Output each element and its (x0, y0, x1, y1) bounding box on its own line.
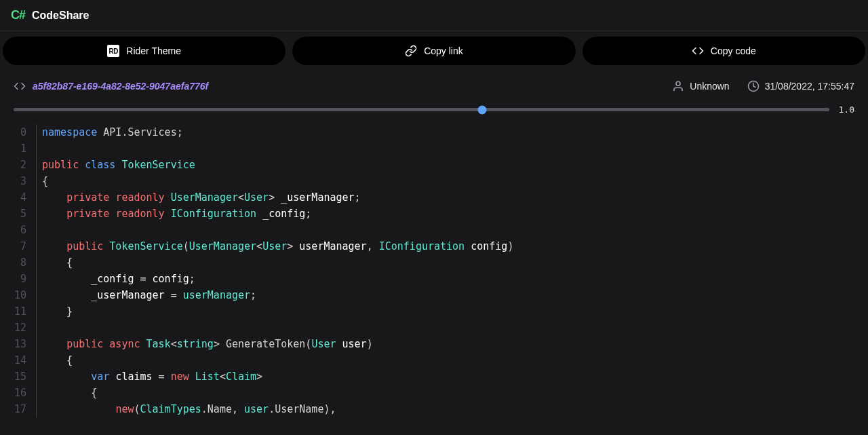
author-meta: Unknown (672, 80, 729, 92)
code-brackets-icon (14, 80, 26, 92)
code-line: { (42, 254, 868, 271)
code-line (42, 140, 868, 157)
code-line: { (42, 173, 868, 189)
code-line: _config = config; (42, 271, 868, 287)
code-line: var claims = new List<Claim> (42, 368, 868, 385)
code-line: private readonly IConfiguration _config; (42, 206, 868, 222)
line-number: 5 (0, 206, 26, 222)
code-line: } (42, 303, 868, 320)
timestamp-label: 31/08/2022, 17:55:47 (765, 81, 854, 92)
theme-button-label: Rider Theme (126, 45, 181, 56)
line-number: 6 (0, 222, 26, 238)
copy-code-button[interactable]: Copy code (583, 37, 865, 65)
rider-icon: RD (107, 45, 119, 57)
line-number: 1 (0, 140, 26, 157)
code-content[interactable]: namespace API.Services;public class Toke… (42, 124, 868, 417)
copy-code-label: Copy code (711, 45, 756, 56)
code-line: namespace API.Services; (42, 124, 868, 140)
code-icon (692, 45, 704, 57)
theme-button[interactable]: RD Rider Theme (3, 37, 285, 65)
code-line: { (42, 385, 868, 401)
timestamp-meta: 31/08/2022, 17:55:47 (747, 80, 854, 92)
svg-point-0 (676, 81, 680, 86)
line-number: 4 (0, 189, 26, 206)
snippet-id: a5f82b87-e169-4a82-8e52-9047aefa776f (33, 81, 208, 92)
code-line: new(ClaimTypes.Name, user.UserName), (42, 401, 868, 417)
author-label: Unknown (690, 81, 729, 92)
copy-link-button[interactable]: Copy link (292, 37, 575, 65)
code-line (42, 320, 868, 336)
code-line (42, 222, 868, 238)
line-number: 7 (0, 238, 26, 254)
csharp-logo-icon: C# (11, 8, 25, 22)
code-editor: 01234567891011121314151617 namespace API… (0, 124, 868, 417)
version-slider[interactable] (14, 108, 829, 111)
code-line: public TokenService(UserManager<User> us… (42, 238, 868, 254)
line-number: 15 (0, 368, 26, 385)
code-line: private readonly UserManager<User> _user… (42, 189, 868, 206)
copy-link-label: Copy link (424, 45, 463, 56)
meta-bar: a5f82b87-e169-4a82-8e52-9047aefa776f Unk… (0, 71, 868, 99)
line-number: 17 (0, 401, 26, 417)
line-number: 2 (0, 157, 26, 173)
line-number: 14 (0, 352, 26, 368)
line-number: 0 (0, 124, 26, 140)
app-header: C# CodeShare (0, 0, 868, 31)
line-gutter: 01234567891011121314151617 (0, 124, 37, 417)
toolbar: RD Rider Theme Copy link Copy code (0, 31, 868, 71)
code-line: public class TokenService (42, 157, 868, 173)
line-number: 9 (0, 271, 26, 287)
line-number: 16 (0, 385, 26, 401)
code-line: public async Task<string> GenerateToken(… (42, 336, 868, 352)
line-number: 12 (0, 320, 26, 336)
clock-icon (747, 80, 760, 92)
line-number: 8 (0, 254, 26, 271)
version-slider-row: 1.0 (0, 99, 868, 124)
slider-thumb[interactable] (478, 105, 487, 114)
link-icon (405, 45, 417, 57)
user-icon (672, 80, 684, 92)
code-line: { (42, 352, 868, 368)
line-number: 3 (0, 173, 26, 189)
line-number: 10 (0, 287, 26, 303)
code-line: _userManager = userManager; (42, 287, 868, 303)
slider-value: 1.0 (839, 105, 854, 115)
line-number: 13 (0, 336, 26, 352)
app-title: CodeShare (32, 10, 89, 22)
line-number: 11 (0, 303, 26, 320)
